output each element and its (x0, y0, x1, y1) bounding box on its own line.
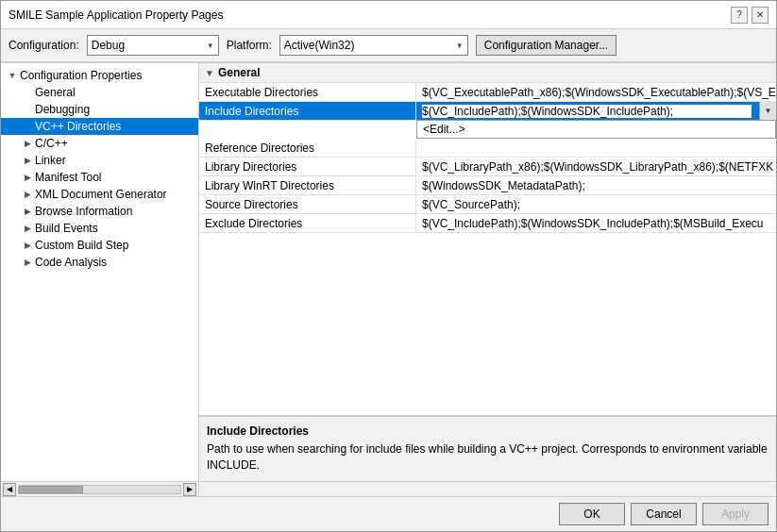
prop-value-library: $(VC_LibraryPath_x86);$(WindowsSDK_Libra… (416, 158, 776, 175)
ok-button[interactable]: OK (559, 503, 625, 525)
prop-name-include: Include Directories (199, 102, 416, 120)
platform-combo[interactable]: Active(Win32) ▼ (279, 35, 468, 56)
browse-label: Browse Information (35, 205, 132, 218)
close-button[interactable]: ✕ (752, 7, 769, 24)
scroll-left-button[interactable]: ◀ (3, 483, 16, 496)
prop-row-include[interactable]: Include Directories ▼ (199, 102, 776, 121)
manifest-label: Manifest Tool (35, 171, 101, 184)
cpp-expander: ▶ (20, 136, 35, 151)
main-content: ▼ Configuration Properties General Debug… (1, 62, 776, 481)
prop-name-library: Library Directories (199, 158, 416, 175)
prop-name-reference: Reference Directories (199, 139, 416, 157)
build-events-expander: ▶ (20, 221, 35, 236)
title-bar: SMILE Sample Application Property Pages … (1, 1, 776, 29)
tree-panel: ▼ Configuration Properties General Debug… (1, 63, 199, 481)
platform-combo-arrow: ▼ (456, 42, 464, 50)
include-value-input[interactable] (422, 105, 752, 118)
sidebar-item-code-analysis[interactable]: ▶ Code Analysis (1, 254, 198, 271)
prop-name-exclude: Exclude Directories (199, 214, 416, 232)
config-combo-arrow: ▼ (207, 42, 214, 50)
custom-build-label: Custom Build Step (35, 239, 128, 252)
button-row: OK Cancel Apply (1, 496, 776, 531)
section-expand-icon: ▼ (205, 68, 214, 78)
config-value: Debug (92, 39, 125, 52)
platform-value: Active(Win32) (284, 39, 355, 52)
sidebar-item-debugging[interactable]: Debugging (1, 101, 198, 118)
sidebar-item-browse[interactable]: ▶ Browse Information (1, 203, 198, 220)
prop-name-library-winrt: Library WinRT Directories (199, 176, 416, 194)
prop-row-source[interactable]: Source Directories $(VC_SourcePath); (199, 195, 776, 214)
property-grid: ▼ General Executable Directories $(VC_Ex… (199, 63, 776, 415)
sidebar-item-linker[interactable]: ▶ Linker (1, 152, 198, 169)
include-dropdown-button[interactable]: ▼ (759, 102, 776, 120)
xml-expander: ▶ (20, 187, 35, 202)
custom-build-expander: ▶ (20, 238, 35, 253)
config-label: Configuration: (8, 39, 79, 52)
scroll-thumb (19, 486, 83, 493)
prop-row-library-winrt[interactable]: Library WinRT Directories $(WindowsSDK_M… (199, 176, 776, 195)
property-pages-window: SMILE Sample Application Property Pages … (0, 0, 777, 532)
property-grid-panel: ▼ General Executable Directories $(VC_Ex… (199, 63, 776, 481)
build-events-label: Build Events (35, 222, 98, 235)
prop-value-executable: $(VC_ExecutablePath_x86);$(WindowsSDK_Ex… (416, 83, 776, 101)
code-analysis-label: Code Analysis (35, 256, 107, 269)
vc-dir-label: VC++ Directories (35, 120, 121, 133)
sidebar-item-manifest[interactable]: ▶ Manifest Tool (1, 169, 198, 186)
description-panel: Include Directories Path to use when sea… (199, 415, 776, 481)
section-header: ▼ General (199, 63, 776, 83)
scroll-track[interactable] (18, 485, 181, 494)
prop-value-reference (416, 139, 776, 157)
sidebar-item-cpp[interactable]: ▶ C/C++ (1, 135, 198, 152)
prop-value-source: $(VC_SourcePath); (416, 195, 776, 213)
debugging-expander (20, 102, 35, 117)
left-scrollbar: ◀ ▶ (1, 482, 199, 496)
general-expander (20, 85, 35, 100)
apply-button[interactable]: Apply (702, 503, 769, 525)
help-button[interactable]: ? (731, 7, 748, 24)
tree-root-label: Configuration Properties (20, 69, 142, 82)
section-title: General (218, 66, 261, 79)
prop-row-executable[interactable]: Executable Directories $(VC_ExecutablePa… (199, 83, 776, 102)
linker-expander: ▶ (20, 153, 35, 168)
prop-row-reference[interactable]: Reference Directories (199, 139, 776, 158)
configuration-combo[interactable]: Debug ▼ (87, 35, 219, 56)
prop-row-library[interactable]: Library Directories $(VC_LibraryPath_x86… (199, 158, 776, 176)
vc-dir-expander (20, 119, 35, 134)
platform-label: Platform: (227, 39, 272, 52)
prop-value-exclude: $(VC_IncludePath);$(WindowsSDK_IncludePa… (416, 214, 776, 232)
edit-popup-value[interactable]: <Edit...> (417, 121, 775, 138)
sidebar-item-build-events[interactable]: ▶ Build Events (1, 220, 198, 237)
prop-value-library-winrt: $(WindowsSDK_MetadataPath); (416, 176, 776, 194)
description-title: Include Directories (207, 424, 769, 438)
toolbar: Configuration: Debug ▼ Platform: Active(… (1, 29, 776, 62)
general-label: General (35, 86, 76, 99)
right-scrollbar-empty (199, 482, 776, 496)
description-text: Path to use when searching for include f… (207, 441, 769, 474)
tree-root[interactable]: ▼ Configuration Properties (1, 67, 198, 84)
cancel-button[interactable]: Cancel (631, 503, 697, 525)
bottom-scrollbar-area: ◀ ▶ (1, 481, 776, 496)
prop-value-include: ▼ (416, 102, 776, 120)
cpp-label: C/C++ (35, 137, 68, 150)
prop-name-executable: Executable Directories (199, 83, 416, 101)
prop-name-source: Source Directories (199, 195, 416, 213)
window-title: SMILE Sample Application Property Pages (8, 8, 223, 22)
sidebar-item-xml-doc[interactable]: ▶ XML Document Generator (1, 186, 198, 203)
root-expander: ▼ (5, 68, 20, 83)
xml-label: XML Document Generator (35, 188, 167, 201)
code-analysis-expander: ▶ (20, 255, 35, 270)
title-bar-controls: ? ✕ (731, 7, 769, 24)
sidebar-item-general[interactable]: General (1, 84, 198, 101)
browse-expander: ▶ (20, 204, 35, 219)
config-manager-button[interactable]: Configuration Manager... (476, 35, 617, 56)
linker-label: Linker (35, 154, 66, 167)
manifest-expander: ▶ (20, 170, 35, 185)
sidebar-item-custom-build[interactable]: ▶ Custom Build Step (1, 237, 198, 254)
debugging-label: Debugging (35, 103, 90, 116)
prop-row-exclude[interactable]: Exclude Directories $(VC_IncludePath);$(… (199, 214, 776, 233)
sidebar-item-vc-directories[interactable]: VC++ Directories (1, 118, 198, 135)
prop-row-edit-popup: <Edit...> (416, 120, 776, 139)
scroll-right-button[interactable]: ▶ (183, 483, 196, 496)
